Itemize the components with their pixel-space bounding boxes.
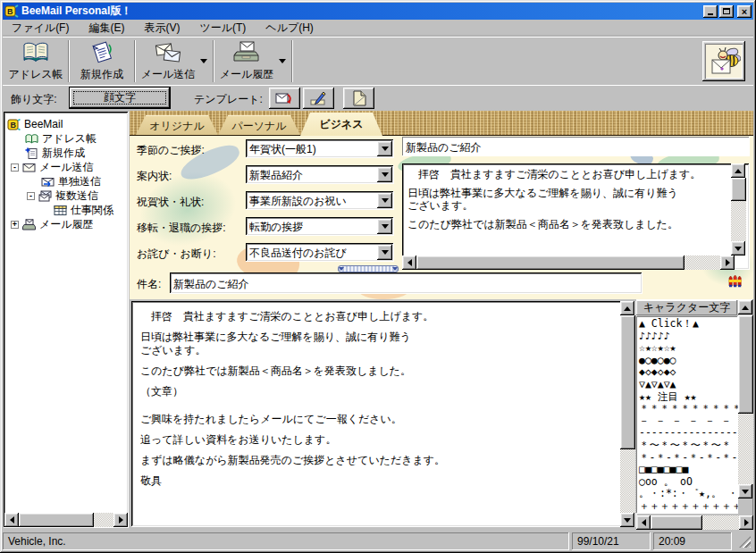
combo-congratulation[interactable]: 事業所新設のお祝い (246, 191, 394, 210)
scrollbar-track[interactable] (94, 513, 113, 527)
tree-item-multi-send[interactable]: - 複数送信 (7, 189, 129, 203)
combo-apology[interactable]: 不良品送付のお詫び (246, 243, 394, 262)
tree-item-new-mail[interactable]: 新規作成 (7, 146, 129, 160)
scroll-left-button[interactable] (636, 515, 651, 530)
collapse-expander[interactable]: - (11, 163, 19, 172)
scroll-down-button[interactable] (731, 241, 745, 256)
minimize-button[interactable] (703, 5, 718, 18)
template-preview-box[interactable]: 拝啓 貴社ますますご清栄のこととお喜び申し上げます。 日頃は弊社事業に多大なるご… (402, 163, 750, 270)
arrow-down-icon (624, 518, 631, 526)
scroll-up-button[interactable] (620, 301, 634, 315)
char-row[interactable]: ＊＊＊＊＊＊＊＊＊＊ (639, 403, 738, 415)
menu-edit[interactable]: 編集(E) (84, 19, 132, 38)
tab-strip: オリジナル パーソナル ビジネス (130, 111, 753, 136)
tree-item-beemail[interactable]: B BeeMail (7, 117, 129, 131)
char-row[interactable]: ☆★☆★☆★ (639, 342, 738, 355)
toolbar-button-label: メール履歴 (220, 67, 274, 82)
scrollbar-thumb[interactable] (731, 178, 746, 201)
char-row[interactable]: ＊〜＊〜＊〜＊〜＊ (639, 440, 738, 452)
combo-information[interactable]: 新製品紹介 (246, 165, 394, 184)
mail-send-button[interactable]: メール送信 (139, 39, 197, 83)
bee-logo-button[interactable] (702, 41, 745, 81)
char-row[interactable]: ＋＋＋＋＋＋＋＋＋＋ (639, 500, 738, 513)
char-row[interactable]: ♪♪♪♪♪ (639, 331, 738, 343)
mail-history-button[interactable]: メール履歴 (217, 39, 276, 83)
tree-item-single-send[interactable]: 単独送信 (7, 174, 129, 189)
tab-personal[interactable]: パーソナル (218, 115, 300, 135)
new-mail-button[interactable]: 新規作成 (72, 39, 131, 83)
template-preview-text[interactable]: 拝啓 貴社ますますご清栄のこととお喜び申し上げます。 日頃は弊社事業に多大なるご… (402, 163, 720, 241)
scroll-down-button[interactable] (620, 513, 634, 527)
scroll-down-button[interactable] (738, 484, 752, 499)
scrollbar-thumb[interactable] (738, 315, 753, 414)
scrollbar-thumb[interactable] (19, 513, 94, 527)
collapse-expander[interactable]: - (27, 192, 35, 200)
message-body-area[interactable]: 拝啓 貴社ますますご清栄のこととお喜び申し上げます。 日頃は弊社事業に多大なるご… (131, 301, 635, 527)
combo-dropdown-button[interactable] (377, 193, 392, 208)
scroll-up-button[interactable] (731, 163, 745, 178)
tree-item-mail-history[interactable]: + メール履歴 (7, 217, 129, 231)
maximize-button[interactable] (719, 5, 734, 18)
char-row[interactable]: ●○●○●○ (639, 355, 738, 367)
tree-item-mail-send[interactable]: - メール送信 (7, 160, 129, 174)
menu-file[interactable]: ファイル(F) (7, 19, 77, 38)
template-file-button[interactable] (343, 88, 374, 109)
char-row[interactable]: ▽▲▽▲▽▲ (639, 379, 738, 391)
scroll-right-button[interactable] (113, 513, 128, 527)
tab-business[interactable]: ビジネス (300, 113, 382, 136)
scrollbar-thumb[interactable] (651, 515, 702, 530)
kaomoji-button[interactable]: 顔文字 (70, 88, 170, 108)
scroll-left-button[interactable] (4, 513, 19, 527)
crayons-icon[interactable] (726, 274, 744, 292)
apply-template-button[interactable] (269, 88, 300, 109)
toolbar-separator (291, 40, 293, 82)
collapse-expander[interactable]: + (11, 221, 19, 229)
menu-tools[interactable]: ツール(T) (195, 19, 254, 38)
scrollbar-thumb[interactable] (620, 315, 635, 449)
mail-send-dropdown[interactable] (197, 39, 210, 83)
address-book-button[interactable]: アドレス帳 (6, 39, 65, 83)
character-horizontal-scrollbar[interactable] (636, 515, 753, 530)
tree-item-address-book[interactable]: アドレス帳 (7, 131, 129, 146)
char-row[interactable]: － － － － － － － (639, 415, 738, 428)
tree-horizontal-scrollbar[interactable] (4, 513, 128, 527)
char-row[interactable]: □■□■□■□■ (639, 464, 738, 476)
character-vertical-scrollbar[interactable] (738, 315, 753, 499)
menu-help[interactable]: ヘルプ(H) (261, 19, 322, 38)
tab-original[interactable]: オリジナル (136, 115, 218, 135)
splitter-handle[interactable] (338, 265, 399, 272)
char-row[interactable]: ▲ Click！▲ (639, 318, 738, 331)
tree-item-worklist[interactable]: 仕事関係 (7, 203, 129, 217)
scrollbar-track[interactable] (620, 449, 635, 513)
char-row[interactable]: ＊-＊-＊-＊-＊-＊-＊- (639, 452, 738, 465)
scrollbar-track[interactable] (738, 414, 753, 484)
resize-grip[interactable] (739, 536, 751, 548)
preview-vertical-scrollbar[interactable] (731, 163, 746, 256)
scrollbar-track[interactable] (702, 515, 739, 530)
menu-view[interactable]: 表示(V) (139, 19, 188, 38)
scroll-right-button[interactable] (739, 515, 753, 530)
scroll-up-button[interactable] (738, 300, 752, 314)
combo-dropdown-button[interactable] (377, 167, 392, 182)
close-button[interactable]: × (737, 5, 752, 18)
mail-history-dropdown[interactable] (276, 39, 289, 83)
char-row[interactable]: 。・:*:・゜★,。 ・ (639, 488, 738, 500)
char-row[interactable]: ★★ 注目 ★★ (639, 391, 738, 404)
char-row[interactable]: ----------------- (639, 427, 738, 440)
combo-dropdown-button[interactable] (377, 141, 392, 156)
combo-value: 年賀状(一般1) (249, 142, 316, 157)
template-title-field[interactable]: 新製品のご紹介 (402, 137, 750, 156)
scrollbar-track[interactable] (731, 201, 746, 241)
edit-template-button[interactable] (303, 88, 334, 109)
message-body-text[interactable]: 拝啓 貴社ますますご清栄のこととお喜び申し上げます。 日頃は弊社事業に多大なるご… (131, 301, 620, 527)
subject-input[interactable]: 新製品のご紹介 (170, 272, 643, 294)
char-row[interactable]: ◆◇◆◇◆◇ (639, 366, 738, 379)
combo-dropdown-button[interactable] (377, 245, 392, 260)
combo-dropdown-button[interactable] (377, 219, 392, 234)
combo-seasonal-greeting[interactable]: 年賀状(一般1) (246, 139, 394, 158)
char-row[interactable]: ○oo 。 oO (639, 476, 738, 489)
character-list[interactable]: ▲ Click！▲ ♪♪♪♪♪ ☆★☆★☆★ ●○●○●○ ◆◇◆◇◆◇ ▽▲▽… (636, 316, 738, 514)
body-vertical-scrollbar[interactable] (620, 301, 635, 527)
combo-relocation[interactable]: 転勤の挨拶 (246, 217, 394, 236)
template-label: テンプレート: (194, 92, 263, 107)
